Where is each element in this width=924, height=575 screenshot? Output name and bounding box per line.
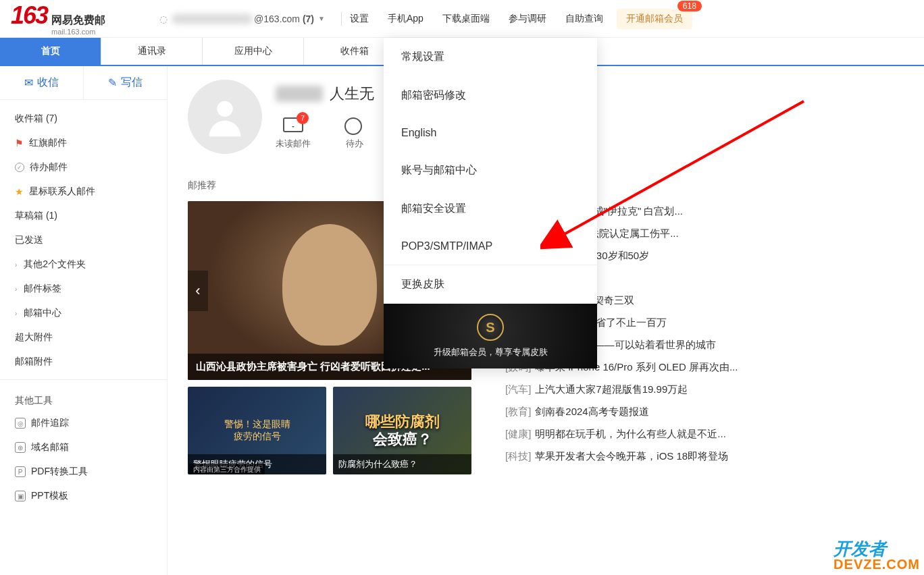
folder-list: 收件箱 (7) ⚑红旗邮件 ✓待办邮件 ★星标联系人邮件 草稿箱 (1) 已发送… bbox=[0, 100, 167, 515]
nav-download-desktop[interactable]: 下载桌面端 bbox=[442, 13, 490, 25]
chevron-right-icon: › bbox=[15, 310, 17, 317]
sidebar-item-starred[interactable]: ★星标联系人邮件 bbox=[0, 180, 167, 204]
sidebar-item-drafts[interactable]: 草稿箱 (1) bbox=[0, 204, 167, 228]
compose-button[interactable]: ✎ 写信 bbox=[84, 66, 167, 99]
sidebar-tools-title: 其他工具 bbox=[0, 385, 167, 411]
star-icon: ★ bbox=[15, 186, 24, 197]
logo[interactable]: 163 网易免费邮 mail.163.com bbox=[11, 1, 105, 36]
news-item[interactable]: [科技]苹果开发者大会今晚开幕，iOS 18即将登场 bbox=[505, 450, 904, 463]
nav-survey[interactable]: 参与调研 bbox=[509, 13, 546, 25]
tab-app-center[interactable]: 应用中心 bbox=[203, 38, 304, 65]
sidebar-item-mail-center[interactable]: ›邮箱中心 bbox=[0, 301, 167, 325]
user-email-dropdown[interactable]: ◌ @163.com (7) ▼ bbox=[159, 13, 325, 24]
source-tag: 内容由第三方合作提供 bbox=[189, 464, 265, 474]
news-item[interactable]: [汽车]上汽大通大家7超混版售19.99万起 bbox=[505, 383, 904, 396]
chevron-right-icon: › bbox=[15, 285, 17, 293]
sidebar-tool-tracking[interactable]: ◎邮件追踪 bbox=[0, 411, 167, 435]
caret-down-icon: ▼ bbox=[318, 15, 325, 22]
qa-todo-label: 待办 bbox=[346, 138, 363, 150]
chevron-right-icon: › bbox=[15, 261, 17, 269]
carousel-prev[interactable]: ‹ bbox=[188, 271, 208, 311]
qa-unread-label: 未读邮件 bbox=[276, 138, 311, 150]
sidebar-item-large-attach[interactable]: 超大附件 bbox=[0, 325, 167, 350]
compose-row: ✉ 收信 ✎ 写信 bbox=[0, 66, 167, 100]
vip-button[interactable]: 开通邮箱会员 618 bbox=[617, 9, 692, 29]
divider bbox=[341, 12, 342, 26]
sidebar-tool-ppt[interactable]: ▣PPT模板 bbox=[0, 484, 167, 508]
clock-icon: ✓ bbox=[15, 163, 24, 172]
inbox-icon: ✉ bbox=[24, 76, 33, 89]
news-item[interactable]: [健康]明明都在玩手机，为什么有些人就是不近... bbox=[505, 428, 904, 441]
pencil-icon: ✎ bbox=[108, 76, 117, 89]
recommend-thumb-2[interactable]: 哪些防腐剂 会致癌？ 防腐剂为什么致癌？ bbox=[333, 387, 471, 474]
sidebar-item-sent[interactable]: 已发送 bbox=[0, 228, 167, 252]
dd-general-settings[interactable]: 常规设置 bbox=[384, 38, 597, 76]
globe-icon: ◌ bbox=[159, 13, 168, 24]
vip-badge-icon: S bbox=[477, 314, 504, 341]
logo-en: mail.163.com bbox=[51, 28, 105, 36]
sidebar-tool-domain[interactable]: ⊕域名邮箱 bbox=[0, 435, 167, 460]
pdf-icon: P bbox=[15, 466, 26, 477]
tab-home[interactable]: 首页 bbox=[0, 38, 101, 65]
sidebar: ✉ 收信 ✎ 写信 收件箱 (7) ⚑红旗邮件 ✓待办邮件 ★星标联系人邮件 草… bbox=[0, 66, 168, 575]
dd-vip-promo[interactable]: S 升级邮箱会员，尊享专属皮肤 bbox=[384, 304, 597, 368]
username-redacted bbox=[276, 86, 323, 102]
qa-unread[interactable]: 7 未读邮件 bbox=[276, 117, 311, 150]
sidebar-item-other-folders[interactable]: ›其他2个文件夹 bbox=[0, 252, 167, 277]
sidebar-item-attachments[interactable]: 邮箱附件 bbox=[0, 350, 167, 374]
clock-icon bbox=[344, 117, 362, 135]
ppt-icon: ▣ bbox=[15, 491, 26, 501]
globe-icon: ⊕ bbox=[15, 442, 26, 453]
profile-slogan: 人生无 bbox=[330, 84, 374, 104]
dd-security[interactable]: 邮箱安全设置 bbox=[384, 190, 597, 228]
sidebar-item-flagged[interactable]: ⚑红旗邮件 bbox=[0, 131, 167, 155]
dd-change-skin[interactable]: 更换皮肤 bbox=[384, 265, 597, 304]
nav-self-service[interactable]: 自助查询 bbox=[565, 13, 603, 25]
top-nav: 设置 手机App 下载桌面端 参与调研 自助查询 bbox=[350, 13, 603, 25]
divider bbox=[0, 379, 167, 380]
settings-dropdown: 常规设置 邮箱密码修改 English 账号与邮箱中心 邮箱安全设置 POP3/… bbox=[384, 38, 597, 368]
tracking-icon: ◎ bbox=[15, 418, 26, 429]
qa-todo[interactable]: 待办 bbox=[344, 117, 365, 150]
recommend-thumb-1[interactable]: 警惕！这是眼睛 疲劳的信号 警惕眼睛疲劳的信号 内容由第三方合作提供 bbox=[188, 387, 326, 474]
sidebar-item-todo[interactable]: ✓待办邮件 bbox=[0, 155, 167, 180]
svg-point-0 bbox=[217, 101, 232, 117]
receive-button[interactable]: ✉ 收信 bbox=[0, 66, 83, 99]
nav-mobile-app[interactable]: 手机App bbox=[388, 13, 424, 25]
sidebar-item-labels[interactable]: ›邮件标签 bbox=[0, 277, 167, 301]
news-item[interactable]: [教育]剑南春2024高考专题报道 bbox=[505, 406, 904, 418]
email-username-redacted bbox=[172, 13, 253, 24]
dd-change-password[interactable]: 邮箱密码修改 bbox=[384, 76, 597, 115]
unread-badge: 7 bbox=[297, 112, 309, 124]
tab-contacts[interactable]: 通讯录 bbox=[101, 38, 203, 65]
quick-actions: 7 未读邮件 待办 bbox=[276, 117, 374, 150]
vip-badge: 618 bbox=[677, 1, 702, 11]
flag-icon: ⚑ bbox=[15, 138, 24, 148]
nav-settings[interactable]: 设置 bbox=[350, 13, 369, 25]
logo-number: 163 bbox=[11, 1, 47, 30]
dd-account-center[interactable]: 账号与邮箱中心 bbox=[384, 151, 597, 190]
person-icon bbox=[201, 93, 249, 140]
dd-english[interactable]: English bbox=[384, 115, 597, 151]
dd-pop3-smtp-imap[interactable]: POP3/SMTP/IMAP bbox=[384, 228, 597, 265]
avatar[interactable] bbox=[188, 80, 262, 154]
watermark: 开发者 DEVZE.COM bbox=[833, 540, 920, 571]
sidebar-tool-pdf[interactable]: PPDF转换工具 bbox=[0, 460, 167, 484]
header: 163 网易免费邮 mail.163.com ◌ @163.com (7) ▼ … bbox=[0, 0, 924, 38]
sidebar-item-inbox[interactable]: 收件箱 (7) bbox=[0, 107, 167, 131]
logo-cn: 网易免费邮 bbox=[51, 13, 105, 28]
